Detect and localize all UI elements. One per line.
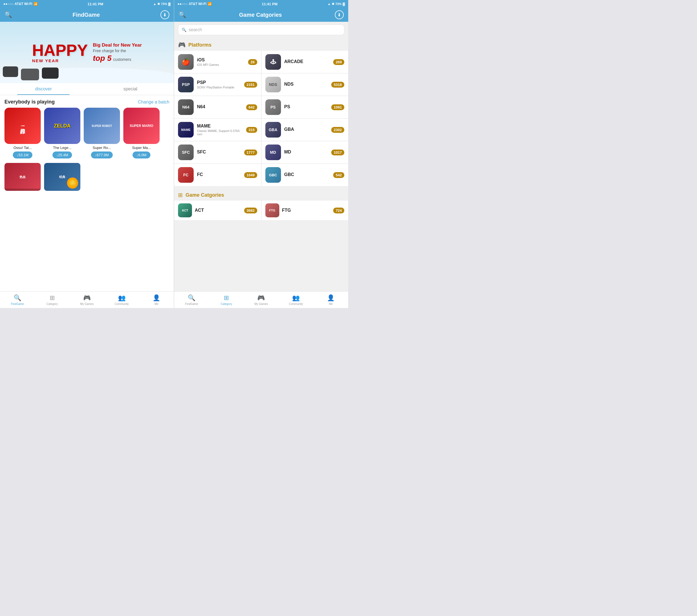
cat-act[interactable]: ACT ACT 3682 xyxy=(174,200,261,220)
act-thumb: ACT xyxy=(178,204,192,217)
right-bottom-mygames[interactable]: 🎮 My Games xyxy=(244,291,279,308)
games-row: 押忍! Ossu! Tat... ↓53.1M ZELDA The Lege..… xyxy=(0,108,174,159)
right-category-icon: ⊞ xyxy=(224,294,229,302)
md-thumb: MD xyxy=(265,145,281,160)
right-time: 11:41 PM xyxy=(262,2,277,6)
game-card-2[interactable]: SUPER ROBOT Super Ro... ↓677.9M xyxy=(84,108,120,159)
more-games-row: 热血 经典 🪙 xyxy=(0,159,174,191)
nds-thumb: NDS xyxy=(265,77,281,92)
game-name-2: Super Ro... xyxy=(93,146,111,150)
right-bottom-nav: 🔍 FindGame ⊞ Category 🎮 My Games 👥 Commu… xyxy=(174,291,348,308)
game-card-0[interactable]: 押忍! Ossu! Tat... ↓53.1M xyxy=(4,108,41,159)
search-bar-container: 🔍 search xyxy=(174,22,348,38)
right-community-icon: 👥 xyxy=(292,294,300,302)
tab-discover[interactable]: discover xyxy=(0,83,87,95)
ftg-name: FTG xyxy=(282,208,291,213)
banner-newyear-text: NEW YEAR xyxy=(32,58,88,63)
act-name: ACT xyxy=(195,208,204,213)
game-cats-icon: ⊞ xyxy=(178,192,183,198)
left-time: 11:41 PM xyxy=(88,2,103,6)
mygames-label: My Games xyxy=(80,302,93,305)
platform-fc[interactable]: FC FC 1049 xyxy=(174,164,261,186)
platform-ps[interactable]: PS PS 1091 xyxy=(262,96,348,118)
category-icon: ⊞ xyxy=(50,294,55,302)
left-status-left: ●●○○○ AT&T Wi-Fi 📶 xyxy=(3,2,38,6)
left-search-icon[interactable]: 🔍 xyxy=(4,11,12,18)
arcade-thumb: 🕹 xyxy=(265,54,281,70)
bottom-nav-category[interactable]: ⊞ Category xyxy=(35,291,70,308)
findgame-icon: 🔍 xyxy=(14,294,21,302)
community-icon: 👥 xyxy=(118,294,125,302)
playing-title: Everybody is playing xyxy=(4,99,55,105)
right-wifi-icon: 📶 xyxy=(208,2,212,6)
right-bottom-category[interactable]: ⊞ Category xyxy=(209,291,244,308)
left-banner: HAPPY NEW YEAR Big Deal for New Year Fre… xyxy=(0,22,174,83)
platform-arcade[interactable]: 🕹 ARCADE 269 xyxy=(262,51,348,73)
tab-special[interactable]: special xyxy=(87,83,174,95)
download-btn-2[interactable]: ↓677.9M xyxy=(91,151,113,159)
left-download-icon[interactable]: ⬇ xyxy=(160,10,169,19)
platform-psp[interactable]: PSP PSP SONY PlayStation Portable 2151 xyxy=(174,73,261,96)
right-battery-icon: ▓ xyxy=(343,2,345,5)
left-panel: ●●○○○ AT&T Wi-Fi 📶 11:41 PM ▲ ✱ 73% ▓ 🔍 … xyxy=(0,0,174,308)
gba-info: GBA xyxy=(284,127,328,133)
bottom-nav-community[interactable]: 👥 Community xyxy=(104,291,139,308)
change-batch-button[interactable]: Change a batch xyxy=(138,100,169,105)
more-game-0[interactable]: 热血 xyxy=(4,163,41,191)
categories-scroll[interactable]: 🎮 Platforms 🍎 iOS iOS MFI Games 26 🕹 xyxy=(174,38,348,291)
bottom-nav-me[interactable]: 👤 Me xyxy=(139,291,174,308)
platform-nds[interactable]: NDS NDS 5318 xyxy=(262,73,348,96)
search-bar[interactable]: 🔍 search xyxy=(178,25,344,35)
banner-happy-text: HAPPY xyxy=(32,42,88,58)
right-bottom-me[interactable]: 👤 Me xyxy=(313,291,348,308)
signal-dots: ●●○○○ xyxy=(3,2,13,6)
game-card-1[interactable]: ZELDA The Lege... ↓25.4M xyxy=(44,108,80,159)
search-placeholder: search xyxy=(189,27,202,32)
left-nav-bar: 🔍 FindGame ⬇ xyxy=(0,8,174,22)
platform-gbc[interactable]: GBC GBC 542 xyxy=(262,164,348,186)
right-search-icon[interactable]: 🔍 xyxy=(179,11,186,18)
platform-ios[interactable]: 🍎 iOS iOS MFI Games 26 xyxy=(174,51,261,73)
platform-mame[interactable]: MAME MAME Classic MAME, Support 0.37b5 r… xyxy=(174,119,261,141)
platform-n64[interactable]: N64 N64 642 xyxy=(174,96,261,118)
location-icon: ▲ xyxy=(153,2,156,5)
right-findgame-label: FindGame xyxy=(185,302,198,305)
bluetooth-icon: ✱ xyxy=(157,2,160,6)
fc-info: FC xyxy=(197,172,241,178)
game-cats-header: ⊞ Game Catgories xyxy=(174,188,348,200)
ftg-count: 724 xyxy=(333,208,344,213)
platform-md[interactable]: MD MD 1017 xyxy=(262,141,348,164)
platform-sfc[interactable]: SFC SFC 1777 xyxy=(174,141,261,164)
mame-thumb: MAME xyxy=(178,122,194,137)
bottom-nav-findgame[interactable]: 🔍 FindGame xyxy=(0,291,35,308)
banner-big-deal: Big Deal for New Year xyxy=(93,42,142,48)
more-thumb-0: 热血 xyxy=(4,163,41,191)
right-bottom-community[interactable]: 👥 Community xyxy=(279,291,313,308)
ps-info: PS xyxy=(284,104,328,110)
more-game-1[interactable]: 经典 🪙 xyxy=(44,163,80,191)
right-download-icon[interactable]: ⬇ xyxy=(335,10,344,19)
bottom-nav-mygames[interactable]: 🎮 My Games xyxy=(70,291,104,308)
download-btn-1[interactable]: ↓25.4M xyxy=(53,151,72,159)
banner-content: HAPPY NEW YEAR Big Deal for New Year Fre… xyxy=(27,36,147,69)
ps-thumb: PS xyxy=(265,99,281,115)
psp-thumb: PSP xyxy=(178,77,194,92)
download-btn-0[interactable]: ↓53.1M xyxy=(13,151,33,159)
banner-sub2: customers xyxy=(113,57,131,62)
game-name-3: Super Ma... xyxy=(132,146,151,150)
download-btn-3[interactable]: ↓6.0M xyxy=(133,151,150,159)
game-card-3[interactable]: SUPER MARIO Super Ma... ↓6.0M xyxy=(123,108,160,159)
mame-info: MAME Classic MAME, Support 0.37b5 rom xyxy=(197,124,243,136)
right-mygames-icon: 🎮 xyxy=(257,294,265,302)
right-findgame-icon: 🔍 xyxy=(188,294,195,302)
fc-thumb: FC xyxy=(178,167,194,183)
cat-ftg[interactable]: FTG FTG 724 xyxy=(262,200,348,220)
game-thumb-1: ZELDA xyxy=(44,108,80,144)
right-bottom-findgame[interactable]: 🔍 FindGame xyxy=(174,291,209,308)
banner-top5: top 5 xyxy=(93,54,112,63)
platform-gba[interactable]: GBA GBA 2302 xyxy=(262,119,348,141)
banner-controllers xyxy=(3,66,59,80)
right-mygames-label: My Games xyxy=(254,302,268,305)
n64-thumb: N64 xyxy=(178,99,194,115)
right-nav-bar: 🔍 Game Catgories ⬇ xyxy=(174,8,348,22)
